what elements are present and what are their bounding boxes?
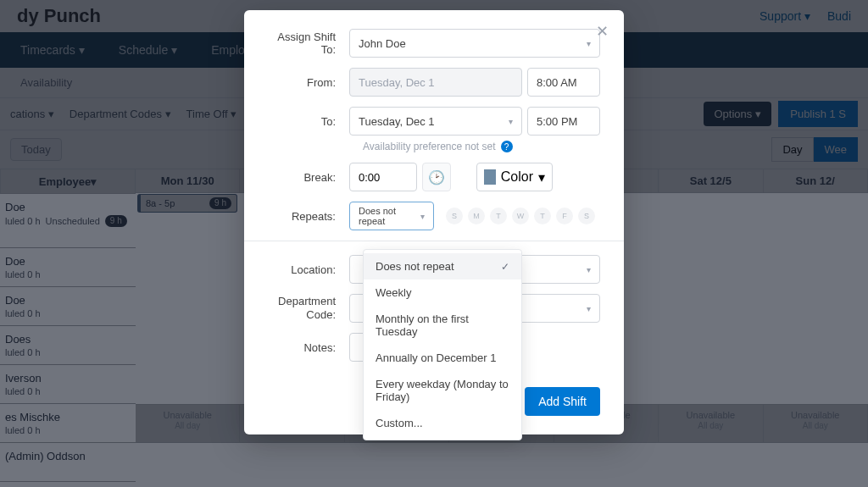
dept-label: Department Code: bbox=[268, 295, 349, 321]
to-label: To: bbox=[268, 115, 349, 128]
availability-helper: Availability preference not set ? bbox=[363, 141, 600, 152]
repeats-label: Repeats: bbox=[268, 210, 349, 223]
check-icon: ✓ bbox=[501, 261, 509, 273]
from-label: From: bbox=[268, 76, 349, 89]
repeats-dropdown: Does not repeat✓ Weekly Monthly on the f… bbox=[363, 249, 522, 440]
repeat-option[interactable]: Annually on December 1 bbox=[364, 345, 521, 371]
day-of-week-pills: S M T W T F S bbox=[446, 208, 595, 224]
repeat-option[interactable]: Weekly bbox=[364, 279, 521, 306]
from-time-input[interactable]: 8:00 AM bbox=[527, 68, 600, 97]
location-label: Location: bbox=[268, 263, 349, 276]
add-shift-modal: ✕ Assign Shift To: John Doe▾ From: Tuesd… bbox=[244, 10, 624, 434]
repeat-option[interactable]: Does not repeat✓ bbox=[364, 253, 521, 279]
from-date-select: Tuesday, Dec 1 bbox=[349, 68, 522, 97]
clock-icon[interactable]: 🕑 bbox=[422, 163, 451, 191]
modal-overlay: ✕ Assign Shift To: John Doe▾ From: Tuesd… bbox=[0, 0, 868, 487]
color-swatch bbox=[484, 169, 496, 185]
help-icon[interactable]: ? bbox=[501, 141, 513, 152]
repeat-option[interactable]: Custom... bbox=[364, 410, 521, 436]
repeats-select[interactable]: Does not repeat▾ bbox=[349, 202, 434, 230]
to-date-select[interactable]: Tuesday, Dec 1▾ bbox=[349, 107, 522, 136]
break-label: Break: bbox=[268, 171, 349, 184]
repeat-option[interactable]: Every weekday (Monday to Friday) bbox=[364, 371, 521, 410]
assign-select[interactable]: John Doe▾ bbox=[349, 29, 600, 58]
add-shift-button[interactable]: Add Shift bbox=[525, 387, 600, 416]
to-time-input[interactable]: 5:00 PM bbox=[527, 107, 600, 136]
color-select[interactable]: Color ▾ bbox=[476, 163, 553, 191]
repeat-option[interactable]: Monthly on the first Tuesday bbox=[364, 306, 521, 345]
close-icon[interactable]: ✕ bbox=[596, 22, 609, 41]
assign-label: Assign Shift To: bbox=[268, 30, 349, 56]
break-input[interactable] bbox=[349, 163, 417, 191]
notes-label: Notes: bbox=[268, 341, 349, 354]
